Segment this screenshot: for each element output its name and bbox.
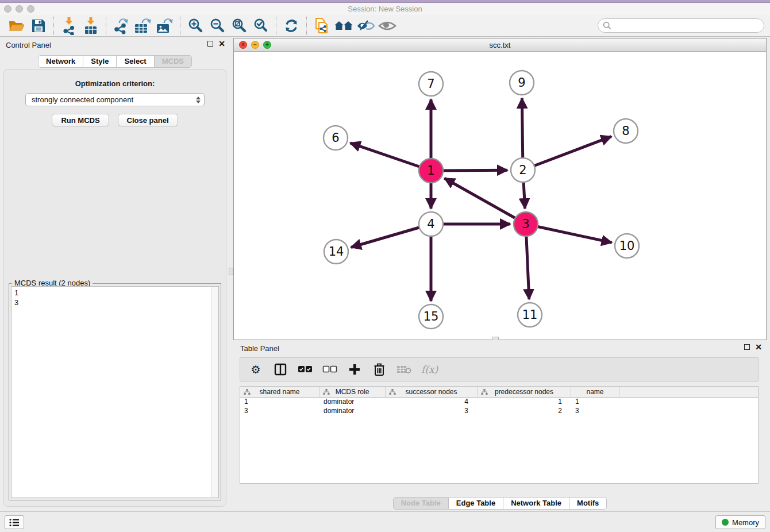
show-columns-button[interactable] — [273, 360, 288, 379]
float-table-panel-icon[interactable] — [744, 344, 750, 350]
tab-mcds[interactable]: MCDS — [155, 55, 192, 68]
cell-name[interactable]: 1 — [571, 398, 619, 407]
network-view-window: × − + scc.txt 7968124314101511 — [233, 38, 767, 340]
network-graph[interactable]: 7968124314101511 — [234, 52, 766, 340]
show-all-button[interactable] — [376, 16, 398, 36]
export-network-button[interactable] — [110, 16, 132, 36]
export-table-button[interactable] — [132, 16, 154, 36]
graph-node-9[interactable]: 9 — [510, 71, 534, 95]
delete-table-button[interactable] — [396, 360, 411, 379]
zoom-in-button[interactable] — [184, 16, 206, 36]
column-header-mcds-role[interactable]: MCDS role — [319, 387, 386, 397]
cell-shared-name[interactable]: 3 — [240, 407, 319, 416]
node-table-header: shared name MCDS role successor nodes pr… — [240, 387, 758, 398]
cell-successor-nodes[interactable]: 3 — [386, 407, 478, 416]
tab-edge-table[interactable]: Edge Table — [449, 497, 503, 510]
export-network-icon — [113, 17, 130, 34]
run-mcds-button[interactable]: Run MCDS — [52, 114, 109, 126]
graph-edge-3-10[interactable] — [526, 224, 612, 242]
graph-node-7[interactable]: 7 — [419, 72, 443, 96]
first-neighbors-button[interactable] — [333, 16, 355, 36]
graph-node-10[interactable]: 10 — [615, 234, 639, 258]
zoom-out-button[interactable] — [206, 16, 228, 36]
search-input[interactable] — [614, 20, 764, 32]
cell-mcds-role[interactable]: dominator — [319, 398, 386, 407]
toolbar-separator — [306, 17, 307, 35]
criterion-dropdown-value: strongly connected component — [32, 95, 196, 104]
column-header-shared-name[interactable]: shared name — [240, 387, 319, 397]
close-panel-button[interactable]: Close panel — [118, 114, 178, 126]
refresh-view-button[interactable] — [280, 16, 302, 36]
zoom-fit-button[interactable] — [228, 16, 250, 36]
svg-text:11: 11 — [522, 308, 538, 322]
save-session-button[interactable] — [28, 16, 49, 36]
vertical-splitter-handle[interactable] — [229, 268, 233, 275]
cell-mcds-role[interactable]: dominator — [319, 407, 386, 416]
function-builder-button[interactable]: f(x) — [421, 360, 438, 379]
criterion-dropdown[interactable]: strongly connected component — [25, 93, 205, 106]
memory-button[interactable]: Memory — [715, 515, 765, 529]
cell-predecessor-nodes[interactable]: 2 — [478, 407, 571, 416]
graph-node-3[interactable]: 3 — [514, 212, 538, 236]
tab-network-table[interactable]: Network Table — [503, 497, 569, 510]
graph-node-1[interactable]: 1 — [419, 159, 443, 183]
float-panel-icon[interactable] — [207, 41, 213, 47]
create-column-button[interactable] — [347, 360, 362, 379]
import-table-icon — [83, 17, 98, 35]
table-row[interactable]: 3 dominator 3 2 3 — [240, 407, 758, 416]
table-row[interactable]: 1 dominator 4 1 1 — [240, 398, 758, 407]
tab-motifs[interactable]: Motifs — [569, 497, 607, 510]
zoom-selected-button[interactable] — [250, 16, 272, 36]
tab-network[interactable]: Network — [38, 55, 83, 68]
task-history-button[interactable] — [5, 515, 24, 529]
graph-edge-2-8[interactable] — [523, 137, 611, 170]
close-panel-icon[interactable]: ✕ — [218, 40, 225, 47]
search-icon — [603, 21, 611, 30]
mcds-result-list[interactable]: 1 3 — [11, 286, 219, 498]
tab-select[interactable]: Select — [117, 55, 154, 68]
graph-node-6[interactable]: 6 — [324, 126, 348, 150]
graph-node-11[interactable]: 11 — [518, 303, 542, 327]
delete-column-button[interactable] — [372, 360, 387, 379]
table-settings-button[interactable]: ⚙ — [248, 360, 263, 379]
graph-node-4[interactable]: 4 — [419, 212, 443, 236]
import-table-button[interactable] — [80, 16, 102, 36]
unchecked-boxes-icon — [322, 365, 337, 373]
cell-name[interactable]: 3 — [571, 407, 619, 416]
unselect-all-columns-button[interactable] — [322, 360, 337, 379]
import-network-button[interactable] — [58, 16, 80, 36]
cell-shared-name[interactable]: 1 — [240, 398, 319, 407]
control-panel-title: Control Panel — [6, 41, 51, 49]
zoom-selected-icon — [253, 18, 269, 34]
clone-network-button[interactable] — [311, 16, 333, 36]
column-header-predecessor-nodes[interactable]: predecessor nodes — [478, 387, 571, 397]
close-table-panel-icon[interactable]: ✕ — [755, 344, 762, 350]
mcds-result-item: 1 — [14, 288, 215, 298]
result-scrollbar-track[interactable] — [211, 287, 218, 497]
export-image-button[interactable] — [154, 16, 176, 36]
toolbar-separator — [53, 17, 54, 35]
column-header-successor-nodes[interactable]: successor nodes — [386, 387, 478, 397]
open-file-button[interactable] — [6, 16, 28, 36]
cell-predecessor-nodes[interactable]: 1 — [478, 398, 571, 407]
svg-text:3: 3 — [522, 217, 529, 231]
graph-edge-3-1[interactable] — [445, 178, 526, 224]
select-all-columns-button[interactable] — [298, 360, 313, 379]
table-tabs: Node Table Edge Table Network Table Moti… — [233, 497, 767, 510]
tab-style[interactable]: Style — [83, 55, 117, 68]
svg-text:8: 8 — [622, 124, 629, 138]
open-folder-icon — [8, 18, 25, 33]
cell-successor-nodes[interactable]: 4 — [386, 398, 478, 407]
column-header-name[interactable]: name — [571, 387, 619, 397]
zoom-in-icon — [187, 18, 203, 34]
graph-edge-1-6[interactable] — [351, 143, 432, 171]
eye-slash-icon — [356, 18, 375, 33]
optimization-criterion-label: Optimization criterion: — [4, 79, 226, 88]
hide-selected-button[interactable] — [355, 16, 376, 36]
graph-node-2[interactable]: 2 — [511, 158, 535, 182]
tab-node-table[interactable]: Node Table — [393, 497, 449, 510]
graph-node-15[interactable]: 15 — [419, 304, 443, 329]
graph-node-8[interactable]: 8 — [614, 119, 638, 143]
graph-node-14[interactable]: 14 — [324, 240, 348, 264]
svg-text:9: 9 — [518, 76, 525, 90]
